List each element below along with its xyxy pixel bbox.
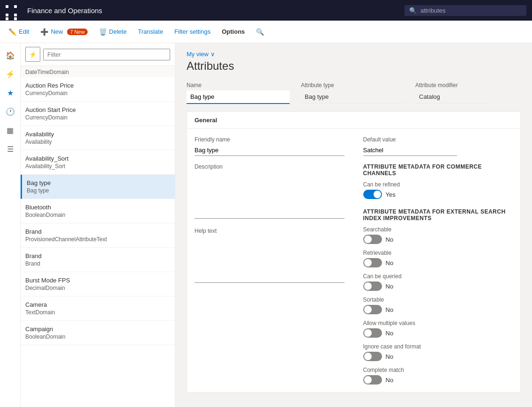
can-be-queried-toggle[interactable] [363, 281, 382, 291]
global-search-input[interactable] [420, 7, 514, 14]
complete-match-toggle[interactable] [363, 375, 382, 385]
list-item-name: Bluetooth [25, 204, 170, 211]
list-item-name: Campaign [25, 326, 170, 333]
command-bar: ✏️ Edit ➕ New 7 New 🗑️ Delete Translate … [0, 21, 532, 43]
list-group-header: DateTimeDomain [21, 66, 175, 77]
allow-multiple-toggle[interactable] [363, 328, 382, 338]
sortable-toggle[interactable] [363, 305, 382, 314]
name-field: Name [187, 82, 290, 104]
allow-multiple-toggle-item: Allow multiple values No [363, 320, 513, 338]
page-title: Attributes [187, 59, 521, 73]
retrievable-label: Retrievable [363, 250, 513, 256]
filter-button[interactable]: ⚡ [25, 47, 40, 62]
friendly-name-input[interactable] [195, 145, 345, 156]
list-item-sub: TextDomain [25, 309, 170, 316]
can-be-queried-control: No [363, 281, 513, 291]
complete-match-control: No [363, 375, 513, 385]
list-filter-bar: ⚡ [21, 43, 175, 66]
retrievable-control: No [363, 258, 513, 267]
retrievable-value: No [386, 259, 394, 266]
filter-icon[interactable]: ⚡ [2, 66, 19, 82]
new-button[interactable]: ➕ New 7 New [36, 25, 92, 38]
list-item[interactable]: Campaign BooleanDomain [21, 321, 175, 345]
list-item-sub: Availability_Sort [25, 163, 170, 170]
allow-multiple-value: No [386, 330, 394, 337]
list-item-sub: ProvisionedChannelAttributeText [25, 236, 170, 243]
retrievable-toggle[interactable] [363, 258, 382, 267]
default-value-input[interactable] [363, 145, 457, 156]
meta-commerce-title: ATTRIBUTE METADATA FOR COMMERCE CHANNELS [363, 163, 513, 177]
ignore-case-value: No [386, 353, 394, 360]
general-section-header[interactable]: General [187, 112, 520, 129]
list-item-name: Burst Mode FPS [25, 277, 170, 284]
complete-match-label: Complete match [363, 367, 513, 373]
filter-settings-button[interactable]: Filter settings [170, 25, 215, 38]
friendly-name-label: Friendly name [195, 136, 345, 143]
complete-match-value: No [386, 377, 394, 384]
searchable-toggle-item: Searchable No [363, 226, 513, 244]
app-grid-icon[interactable] [6, 0, 22, 24]
list-item-name: Brand [25, 252, 170, 259]
list-item[interactable]: Camera TextDomain [21, 296, 175, 321]
list-items-container: Auction Res Price CurrencyDomain Auction… [21, 77, 175, 345]
list-item[interactable]: Bluetooth BooleanDomain [21, 199, 175, 223]
help-text-input[interactable] [195, 236, 345, 283]
list-item-name: Auction Res Price [25, 82, 170, 89]
app-title: Finance and Operations [27, 7, 399, 15]
view-selector[interactable]: My view ∨ [187, 51, 521, 58]
translate-button[interactable]: Translate [133, 25, 168, 38]
default-value-field: Default value [363, 136, 513, 156]
list-item[interactable]: Availability Availability [21, 126, 175, 150]
name-input[interactable] [187, 90, 290, 104]
ignore-case-toggle[interactable] [363, 352, 382, 361]
default-value-label: Default value [363, 136, 513, 143]
sortable-label: Sortable [363, 296, 513, 303]
searchable-toggle[interactable] [363, 235, 382, 244]
global-search[interactable]: 🔍 [405, 5, 526, 16]
workspace-icon[interactable]: ▦ [2, 122, 19, 139]
general-section: General Friendly name Description Help t… [187, 111, 521, 392]
can-be-queried-value: No [386, 283, 394, 290]
list-item-sub: BooleanDomain [25, 333, 170, 340]
recent-icon[interactable]: 🕐 [2, 103, 19, 120]
can-be-queried-label: Can be queried [363, 273, 513, 280]
delete-button[interactable]: 🗑️ Delete [94, 25, 132, 38]
list-item-name: Bag type [27, 179, 170, 186]
list-item[interactable]: Brand Brand [21, 248, 175, 272]
attribute-type-field: Attribute type Bag type [301, 82, 404, 104]
search-button[interactable]: 🔍 [251, 25, 269, 38]
friendly-name-field: Friendly name [195, 136, 345, 156]
menu-icon[interactable]: ☰ [2, 141, 19, 157]
search-icon: 🔍 [256, 28, 264, 36]
options-button[interactable]: Options [217, 25, 249, 38]
list-item-sub: BooleanDomain [25, 212, 170, 218]
sortable-control: No [363, 305, 513, 314]
ignore-case-toggle-item: Ignore case and format No [363, 343, 513, 361]
section-left: Friendly name Description Help text [195, 136, 345, 385]
chevron-down-icon: ∨ [210, 51, 215, 58]
list-item[interactable]: Bag type Bag type [21, 175, 175, 199]
edit-icon: ✏️ [8, 28, 16, 36]
top-bar: Finance and Operations 🔍 [0, 0, 532, 21]
description-label: Description [195, 163, 345, 170]
favorites-icon[interactable]: ★ [2, 84, 19, 101]
searchable-value: No [386, 236, 394, 243]
list-item-name: Availability [25, 131, 170, 138]
list-item[interactable]: Auction Start Price CurrencyDomain [21, 102, 175, 126]
meta-external-title: ATTRIBUTE METADATA FOR EXTERNAL SEARCH I… [363, 208, 513, 222]
list-item[interactable]: Auction Res Price CurrencyDomain [21, 77, 175, 102]
list-item-sub: CurrencyDomain [25, 90, 170, 96]
list-item[interactable]: Burst Mode FPS DecimalDomain [21, 272, 175, 296]
allow-multiple-control: No [363, 328, 513, 338]
description-input[interactable] [195, 172, 345, 219]
list-item-sub: Bag type [27, 187, 170, 194]
home-icon[interactable]: 🏠 [2, 47, 19, 64]
help-text-field: Help text [195, 228, 345, 284]
list-item-name: Auction Start Price [25, 106, 170, 113]
list-item[interactable]: Availability_Sort Availability_Sort [21, 150, 175, 175]
can-be-refined-toggle[interactable] [363, 190, 382, 199]
attribute-modifier-value: Catalog [415, 90, 490, 104]
edit-button[interactable]: ✏️ Edit [4, 25, 34, 38]
list-filter-input[interactable] [43, 49, 170, 60]
list-item[interactable]: Brand ProvisionedChannelAttributeText [21, 223, 175, 248]
